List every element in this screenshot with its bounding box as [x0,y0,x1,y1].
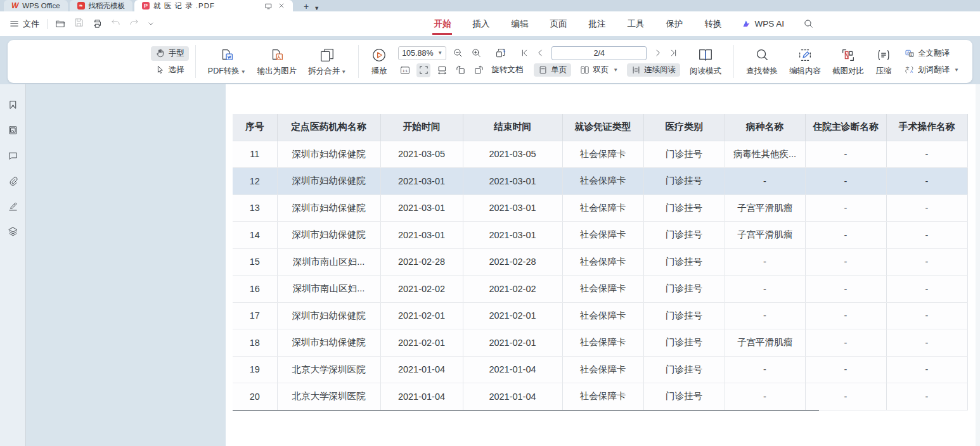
zoom-out-button[interactable] [451,46,465,60]
table-row[interactable]: 13深圳市妇幼保健院2021-03-012021-03-01社会保障卡门诊挂号子… [233,194,967,222]
table-cell: 11 [233,141,277,168]
continuous-reading-toggle[interactable]: 连续阅读 [627,63,680,77]
table-row[interactable]: 16深圳市南山区妇...2021-02-022021-02-02社会保障卡门诊挂… [233,276,967,303]
tab-document-pdf[interactable]: P 就 医 记 录 .PDF [134,0,293,11]
signature-icon[interactable] [8,201,18,212]
table-cell: 子宫平滑肌瘤 [725,329,805,357]
read-mode-button[interactable]: 阅读模式 [684,45,727,79]
edit-content-button[interactable]: 编辑内容 [783,45,827,79]
attachment-icon[interactable] [8,175,18,186]
zoom-level-select[interactable]: 105.88%▼ [398,46,446,60]
table-cell: 2021-02-01 [463,329,562,357]
vertical-scrollbar[interactable] [976,84,980,446]
table-cell: 深圳市妇幼保健院 [277,141,380,168]
menu-tab-convert[interactable]: 转换 [703,13,723,35]
table-cell: 社会保障卡 [562,248,643,276]
compress-button[interactable]: 压缩 [870,45,898,79]
table-row[interactable]: 17深圳市妇幼保健院2021-02-012021-02-01社会保障卡门诊挂号-… [233,302,967,329]
menu-tab-tools[interactable]: 工具 [626,13,645,35]
wps-ai-logo-icon [742,19,751,29]
close-tab-icon[interactable] [278,2,285,10]
last-page-button[interactable] [669,48,678,58]
fit-page-button[interactable] [416,63,430,77]
table-cell: 15 [233,248,277,276]
table-cell: 2021-03-05 [463,141,562,168]
fit-width-button[interactable] [435,63,449,77]
rotate-right-button[interactable] [472,63,486,77]
toolbar: 手型 选择 PDF转换▼ [8,40,972,83]
save-icon[interactable] [74,17,84,28]
next-page-button[interactable] [653,48,662,58]
table-cell: 病毒性其他疾... [725,141,805,168]
table-row[interactable]: 11深圳市妇幼保健院2021-03-052021-03-05社会保障卡门诊挂号病… [233,141,967,168]
menu-tab-edit[interactable]: 编辑 [510,13,529,35]
table-row[interactable]: 14深圳市妇幼保健院2021-03-012021-03-01社会保障卡门诊挂号子… [233,222,967,249]
play-button[interactable]: 播放 [365,45,393,79]
table-row[interactable]: 20北京大学深圳医院2021-01-042021-01-04社会保障卡门诊挂号-… [233,383,967,411]
actual-size-button[interactable]: 1:1 [398,63,412,77]
tab-label: 找稻壳模板 [89,1,126,11]
full-text-translate-button[interactable]: A 文 全文翻译 [900,46,964,61]
previous-page-button[interactable] [536,48,545,58]
rotate-left-button[interactable] [453,63,467,77]
table-cell: 2021-03-01 [463,168,562,195]
menu-tab-protect[interactable]: 保护 [664,13,684,35]
table-row[interactable]: 12深圳市妇幼保健院2021-03-012021-03-01社会保障卡门诊挂号-… [233,168,967,195]
tab-wps-office[interactable]: W WPS Office [4,0,68,11]
quick-access-chevron-icon[interactable] [147,18,155,29]
enter-fullscreen-icon[interactable] [264,2,273,10]
table-row[interactable]: 19北京大学深圳医院2021-01-042021-01-04社会保障卡门诊挂号-… [233,356,967,383]
docer-icon: ❧ [77,2,85,10]
table-row[interactable]: 15深圳市南山区妇...2021-02-282021-02-28社会保障卡门诊挂… [233,248,967,276]
table-cell: - [805,168,886,195]
table-cell: - [805,276,886,303]
menu-search-icon[interactable] [803,18,814,29]
tab-docer-templates[interactable]: ❧ 找稻壳模板 [70,0,133,11]
menu-tab-insert[interactable]: 插入 [471,13,491,35]
table-cell: - [725,383,805,411]
layers-icon[interactable] [8,226,18,237]
rotate-pages-button[interactable] [494,46,508,60]
document-viewport[interactable]: 序号定点医药机构名称开始时间结束时间就诊凭证类型医疗类别病种名称住院主诊断名称手… [26,84,980,446]
book-icon [697,47,714,63]
pdf-convert-button[interactable]: PDF转换▼ [202,45,252,79]
single-page-toggle[interactable]: 单页 [534,63,571,77]
table-cell: 门诊挂号 [643,329,725,357]
screenshot-compare-button[interactable]: 截图对比 [827,45,870,79]
file-menu-button[interactable]: 文件 [9,18,39,30]
pdf-page: 序号定点医药机构名称开始时间结束时间就诊凭证类型医疗类别病种名称住院主诊断名称手… [226,84,976,446]
pointer-tools-group: 手型 选择 [151,46,189,77]
new-tab-button[interactable]: + [301,1,311,11]
menu-bar: 文件 开始 插入 编辑 页面 批注 工具 保护 转换 [0,11,980,36]
undo-icon[interactable] [110,17,121,28]
find-replace-button[interactable]: 查找替换 [740,45,783,79]
tab-list-chevron-icon[interactable]: ▼ [311,5,322,11]
word-translate-button[interactable]: 文 A 划词翻译▼ [900,63,964,77]
table-cell: 社会保障卡 [562,276,643,303]
column-header: 就诊凭证类型 [562,114,643,141]
rotate-document-button[interactable]: 旋转文档 [490,63,524,77]
thumbnails-icon[interactable] [8,125,18,136]
select-tool-button[interactable]: 选择 [151,63,189,77]
menu-tab-page[interactable]: 页面 [548,13,568,35]
menu-tab-home[interactable]: 开始 [432,13,452,35]
print-icon[interactable] [92,18,103,29]
full-translate-icon: A 文 [905,48,915,58]
redo-icon[interactable] [129,17,139,28]
comment-icon[interactable] [8,150,18,161]
hand-tool-button[interactable]: 手型 [151,46,189,61]
menu-tab-comment[interactable]: 批注 [587,13,607,35]
open-folder-icon[interactable] [55,18,66,29]
wps-ai-button[interactable]: WPS AI [742,19,784,29]
table-cell: 深圳市南山区妇... [277,276,380,303]
zoom-in-button[interactable] [469,46,483,60]
table-cell: 20 [233,383,277,411]
bookmark-icon[interactable] [8,99,18,110]
split-merge-button[interactable]: 拆分合并▼ [302,45,352,79]
double-page-toggle[interactable]: 双页▼ [576,63,622,77]
table-row[interactable]: 18深圳市妇幼保健院2021-02-012021-02-01社会保障卡门诊挂号子… [233,329,967,357]
export-as-image-button[interactable]: 输出为图片 [252,45,303,79]
medical-records-table: 序号定点医药机构名称开始时间结束时间就诊凭证类型医疗类别病种名称住院主诊断名称手… [233,114,968,411]
page-number-input[interactable]: 2/4 [551,46,647,60]
first-page-button[interactable] [520,48,529,58]
